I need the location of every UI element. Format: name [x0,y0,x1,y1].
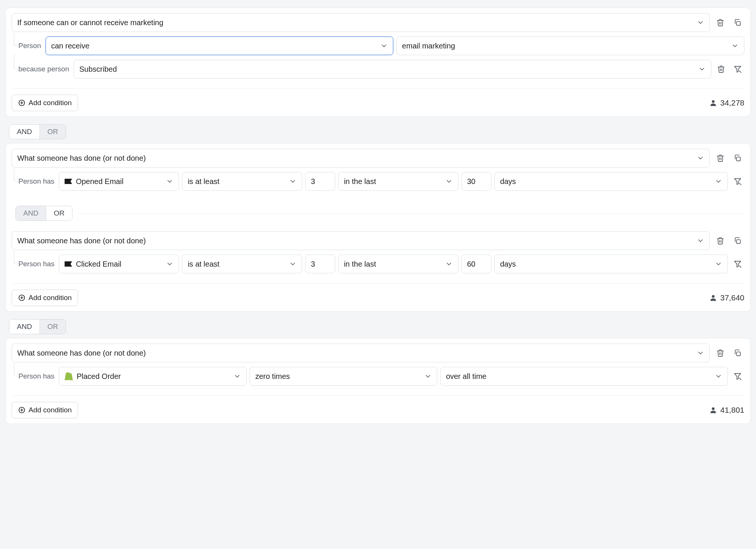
number-value: 60 [467,260,475,268]
dropdown[interactable]: in the last [338,172,458,191]
number-input[interactable]: 30 [461,172,491,191]
dropdown[interactable]: is at least [182,172,302,191]
condition-type-select[interactable]: What someone has done (or not done) [12,344,710,362]
dropdown-value: is at least [188,177,219,186]
add-condition-label: Add condition [29,294,72,302]
duplicate-button[interactable] [731,151,744,165]
profile-count: 41,801 [709,406,744,415]
chevron-down-icon [715,373,722,380]
dropdown-value: in the last [344,260,376,268]
svg-line-2 [739,71,741,73]
dropdown-value: Placed Order [77,372,121,381]
dropdown[interactable]: in the last [338,255,458,273]
person-icon [709,406,717,414]
chevron-down-icon [715,260,722,268]
chevron-down-icon [715,178,722,185]
and-or-toggle: AND OR [9,124,66,139]
add-condition-button[interactable]: Add condition [12,95,78,111]
dropdown[interactable]: over all time [440,367,728,386]
or-option[interactable]: OR [39,125,66,139]
condition-row: because person Subscribed [12,60,744,78]
condition-type-select[interactable]: What someone has done (or not done) [12,149,710,167]
profile-count-value: 41,801 [720,406,744,415]
dropdown[interactable]: Subscribed [74,60,711,78]
condition-row: Person has Placed Order zero times over … [12,367,744,386]
group-footer: Add condition 37,640 [12,283,744,306]
number-input[interactable]: 3 [305,172,335,191]
chevron-down-icon [166,178,173,185]
or-option[interactable]: OR [39,320,66,334]
filter-button[interactable] [731,175,744,188]
delete-button[interactable] [714,346,727,360]
add-condition-button[interactable]: Add condition [12,402,78,418]
profile-count-value: 34,278 [720,98,744,107]
number-input[interactable]: 60 [461,255,491,273]
row-label: Person has [18,177,54,186]
group-footer: Add condition 41,801 [12,395,744,418]
dropdown[interactable]: days [494,172,728,191]
condition-type-select[interactable]: If someone can or cannot receive marketi… [12,13,710,32]
dropdown[interactable]: email marketing [396,36,744,55]
condition-type-label: If someone can or cannot receive marketi… [17,18,163,27]
condition-group: What someone has done (or not done) Pers… [5,338,751,424]
dropdown-value: in the last [344,177,376,186]
chevron-down-icon [289,178,297,185]
dropdown-value: days [500,260,516,268]
filter-button[interactable] [731,257,744,271]
chevron-down-icon [445,178,453,185]
chevron-down-icon [233,373,241,380]
divider [77,213,744,214]
row-label: Person has [18,260,54,268]
chevron-down-icon [445,260,453,268]
duplicate-button[interactable] [731,234,744,247]
delete-button[interactable] [714,62,728,76]
plus-icon [18,99,26,107]
svg-rect-0 [736,21,740,25]
dropdown-value: is at least [188,260,219,268]
number-input[interactable]: 3 [305,255,335,273]
chevron-down-icon [289,260,297,268]
dropdown[interactable]: days [494,255,728,273]
dropdown-value: Opened Email [76,177,123,186]
dropdown-value: can receive [51,42,89,50]
and-or-toggle: AND OR [9,319,66,334]
condition-block: What someone has done (or not done) Pers… [12,231,744,273]
dropdown[interactable]: Opened Email [59,172,179,191]
row-label: Person [18,42,41,50]
dropdown[interactable]: Placed Order [59,367,247,386]
delete-button[interactable] [714,16,727,29]
dropdown[interactable]: zero times [250,367,437,386]
chevron-down-icon [698,65,706,73]
dropdown-value: over all time [446,372,486,381]
duplicate-button[interactable] [731,346,744,360]
duplicate-button[interactable] [731,16,744,29]
filter-button[interactable] [731,62,744,76]
chevron-down-icon [697,237,704,244]
condition-type-select[interactable]: What someone has done (or not done) [12,231,710,250]
dropdown[interactable]: can receive [45,36,393,55]
chevron-down-icon [731,42,739,50]
person-icon [709,99,717,107]
plus-icon [18,406,26,414]
and-option[interactable]: AND [9,125,39,139]
profile-count: 34,278 [709,98,744,107]
number-value: 3 [311,260,315,268]
condition-block: What someone has done (or not done) Pers… [12,344,744,386]
svg-point-23 [712,407,714,410]
delete-button[interactable] [714,151,727,165]
dropdown[interactable]: is at least [182,255,302,273]
dropdown[interactable]: Clicked Email [59,255,179,273]
filter-button[interactable] [731,370,744,383]
and-option[interactable]: AND [16,206,46,220]
chevron-down-icon [166,260,173,268]
chevron-down-icon [697,154,704,162]
dropdown-value: Subscribed [79,65,117,74]
add-condition-button[interactable]: Add condition [12,290,78,306]
delete-button[interactable] [714,234,727,247]
plus-icon [18,294,26,302]
or-option[interactable]: OR [46,206,72,220]
and-option[interactable]: AND [9,320,39,334]
chevron-down-icon [424,373,432,380]
condition-block: What someone has done (or not done) Pers… [12,149,744,191]
inner-connector-row: AND OR [12,202,744,225]
